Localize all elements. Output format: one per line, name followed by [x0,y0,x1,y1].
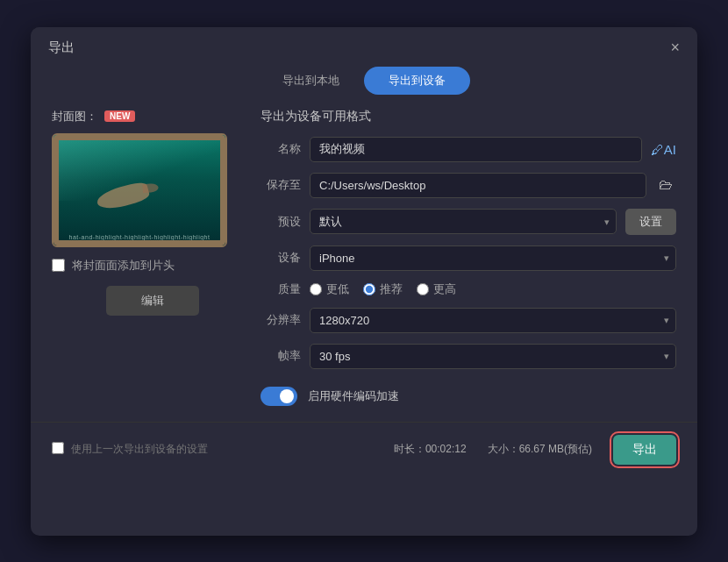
name-label: 名称 [261,141,301,157]
device-label: 设备 [261,250,301,266]
size-label: 大小： [488,443,519,455]
dialog-header: 导出 × [31,27,697,63]
resolution-select[interactable]: 1280x720 [310,308,676,333]
footer-info: 时长：00:02:12 大小：66.67 MB(预估) 导出 [394,435,676,465]
preset-row: 预设 默认 ▾ 设置 [261,209,676,235]
hardware-toggle-row: 启用硬件编码加速 [261,387,676,406]
quality-high-radio[interactable] [417,283,429,295]
edit-button[interactable]: 编辑 [106,286,199,316]
preset-label: 预设 [261,214,301,230]
quality-radio-group: 更低 推荐 更高 [310,281,456,297]
new-badge: NEW [104,110,135,122]
quality-recommended: 推荐 [363,281,403,297]
close-button[interactable]: × [670,39,680,55]
resolution-label: 分辨率 [261,312,301,328]
size-value: 66.67 MB(预估) [519,443,592,455]
browse-button[interactable]: 🗁 [655,175,676,195]
settings-button[interactable]: 设置 [625,209,676,235]
tab-bar: 导出到本地 导出到设备 [31,67,697,95]
quality-high: 更高 [417,281,456,297]
fps-row: 帧率 30 fps ▾ [261,344,676,369]
export-dialog: 导出 × 导出到本地 导出到设备 封面图： NEW hat-and-highli… [31,27,697,536]
remember-settings-label: 使用上一次导出到设备的设置 [71,442,208,457]
duration-value: 00:02:12 [425,443,467,455]
save-path-label: 保存至 [261,177,301,193]
duration-label: 时长： [394,443,425,455]
device-select-wrap: iPhone ▾ [310,245,676,271]
tab-export-device[interactable]: 导出到设备 [364,67,470,95]
device-select[interactable]: iPhone [310,245,676,271]
ai-icon: 🖊AI [651,142,676,157]
hardware-label: 启用硬件编码加速 [308,388,399,404]
cover-label: 封面图： [52,109,97,124]
right-panel: 导出为设备可用格式 名称 🖊AI 保存至 🗁 预设 默认 [261,109,676,406]
device-row: 设备 iPhone ▾ [261,245,676,271]
quality-low: 更低 [310,281,349,297]
save-path-row: 保存至 🗁 [261,173,676,198]
section-title: 导出为设备可用格式 [261,109,676,124]
quality-row: 质量 更低 推荐 更高 [261,281,676,297]
remember-settings-checkbox-wrap [52,442,64,458]
left-panel: 封面图： NEW hat-and-highlight-highlight-hig… [52,109,236,406]
quality-low-radio[interactable] [310,283,322,295]
remember-settings-checkbox[interactable] [52,442,64,454]
fps-label: 帧率 [261,348,301,364]
name-input[interactable] [310,137,642,162]
dialog-title: 导出 [48,39,75,56]
dialog-footer: 使用上一次导出到设备的设置 时长：00:02:12 大小：66.67 MB(预估… [31,422,697,477]
resolution-row: 分辨率 1280x720 ▾ [261,308,676,333]
quality-high-label: 更高 [433,281,456,297]
resolution-select-wrap: 1280x720 ▾ [310,308,676,333]
fps-select[interactable]: 30 fps [310,344,676,369]
save-path-input[interactable] [310,173,646,198]
quality-recommended-label: 推荐 [380,281,403,297]
fps-select-wrap: 30 fps ▾ [310,344,676,369]
export-button[interactable]: 导出 [613,435,676,465]
cover-checkbox-row: 将封面面添加到片头 [52,258,175,274]
dialog-body: 封面图： NEW hat-and-highlight-highlight-hig… [31,109,697,406]
size-info: 大小：66.67 MB(预估) [488,442,592,457]
cover-image: hat-and-highlight-highlight-highlight-hi… [52,133,227,247]
footer-left: 使用上一次导出到设备的设置 [52,442,208,458]
hardware-toggle[interactable] [261,387,297,406]
cover-checkbox[interactable] [52,259,65,272]
quality-recommended-radio[interactable] [363,283,375,295]
cover-checkbox-label: 将封面面添加到片头 [72,258,175,274]
cover-label-row: 封面图： NEW [52,109,135,124]
toggle-knob [280,389,294,403]
name-row: 名称 🖊AI [261,137,676,162]
preset-select[interactable]: 默认 [310,209,617,234]
preset-select-wrap: 默认 ▾ [310,209,617,234]
duration-info: 时长：00:02:12 [394,442,467,457]
quality-label: 质量 [261,281,301,297]
quality-low-label: 更低 [326,281,349,297]
tab-export-local[interactable]: 导出到本地 [258,67,364,95]
